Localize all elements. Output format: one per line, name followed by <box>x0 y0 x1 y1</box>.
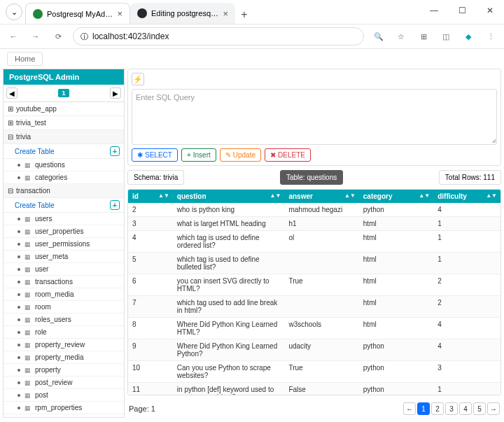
table-item[interactable]: ▦users <box>4 213 124 225</box>
cell: 9 <box>128 339 173 361</box>
extensions-icon[interactable]: ⊞ <box>416 29 431 44</box>
table-item[interactable]: ▦transactions <box>4 276 124 288</box>
reload-button[interactable]: ⟳ <box>50 29 66 44</box>
cell: w3schools <box>284 318 358 339</box>
update-button[interactable]: ✎ Update <box>220 148 261 162</box>
page-2-button[interactable]: 2 <box>431 402 444 415</box>
browser-tab-1[interactable]: Postgresql MyAdmin × <box>25 3 130 24</box>
table-row[interactable]: 11in python [def] keyword used to create… <box>128 383 500 396</box>
table-row[interactable]: 4which tag is used to define ordered lis… <box>128 231 500 253</box>
table-row[interactable]: 2who is python kingmahmoud hegazipython4 <box>128 203 500 217</box>
table-row[interactable]: 3what is larget HTML headingh1html1 <box>128 217 500 231</box>
table-row[interactable]: 8Where Did Python King Learned HTML?w3sc… <box>128 318 500 339</box>
insert-button[interactable]: + Insert <box>181 148 216 162</box>
table-row[interactable]: 6you can insert SVG directly to HTML?Tru… <box>128 274 500 296</box>
cell: 2 <box>433 274 500 296</box>
table-item[interactable]: ▦role <box>4 326 124 339</box>
table-icon: ▦ <box>24 162 31 169</box>
cell: who is python king <box>173 203 285 217</box>
table-item[interactable]: ▦room <box>4 301 124 314</box>
prev-db-button[interactable]: ◀ <box>6 87 18 99</box>
pagination: Page: 1 ← 1 2 3 4 5 → <box>127 400 501 418</box>
db-trivia[interactable]: ⊟ trivia <box>4 130 124 144</box>
table-item[interactable]: ▦property_review <box>4 339 124 351</box>
table-item[interactable]: ▦questions <box>4 159 124 171</box>
page-prev-button[interactable]: ← <box>403 402 416 415</box>
app-icon[interactable]: ◆ <box>461 29 476 44</box>
close-button[interactable]: ✕ <box>476 0 504 21</box>
table-item[interactable]: ▦user_properties <box>4 225 124 238</box>
bookmark-icon[interactable]: ☆ <box>393 29 409 44</box>
data-grid[interactable]: id▲▼ question▲▼ answer▲▼ category▲▼ diff… <box>127 189 501 395</box>
select-button[interactable]: ✱ SELECT <box>132 148 178 162</box>
cell: 5 <box>128 253 173 274</box>
sort-icon: ▲▼ <box>158 192 169 199</box>
table-item[interactable]: ▦user_meta <box>4 251 124 263</box>
cell: 6 <box>128 274 173 296</box>
page-4-button[interactable]: 4 <box>459 402 472 415</box>
col-difficulty[interactable]: difficulty▲▼ <box>433 190 500 203</box>
table-row[interactable]: 7which tag used to add line break in htm… <box>128 296 500 318</box>
col-question[interactable]: question▲▼ <box>173 190 285 203</box>
delete-button[interactable]: ✖ DELETE <box>265 148 311 162</box>
sidebar-title: PostgreSQL Admin <box>4 69 124 85</box>
sidepanel-icon[interactable]: ◫ <box>438 29 454 44</box>
page-1-button[interactable]: 1 <box>417 402 430 415</box>
col-answer[interactable]: answer▲▼ <box>284 190 358 203</box>
breadcrumb-home[interactable]: Home <box>7 52 43 66</box>
create-table-button[interactable]: Create Table+ <box>4 198 124 213</box>
table-item[interactable]: ▦roles_users <box>4 314 124 326</box>
tab-search-icon[interactable]: ⌄ <box>6 3 22 20</box>
cell: mahmoud hegazi <box>284 203 358 217</box>
forward-button[interactable]: → <box>28 29 43 44</box>
cell: 7 <box>128 296 173 318</box>
table-icon: ▦ <box>24 379 31 386</box>
cell: html <box>359 253 433 274</box>
menu-icon[interactable]: ⋮ <box>483 29 498 44</box>
back-button[interactable]: ← <box>6 29 21 44</box>
site-info-icon[interactable]: ⓘ <box>80 31 88 42</box>
table-row[interactable]: 9Where Did Python King Learned Python?ud… <box>128 339 500 361</box>
table-row[interactable]: 10Can you use Python to scrape websites?… <box>128 361 500 383</box>
minimize-button[interactable]: — <box>420 0 448 21</box>
table-item[interactable]: ▦user <box>4 263 124 276</box>
table-item[interactable]: ▦property <box>4 364 124 377</box>
table-icon: ▦ <box>24 266 31 273</box>
next-db-button[interactable]: ▶ <box>110 87 121 99</box>
table-item[interactable]: ▦room_media <box>4 288 124 301</box>
table-row[interactable]: 5which tag is used to define bulleted li… <box>128 253 500 274</box>
cell: True <box>284 361 358 383</box>
table-item[interactable]: ▦property_media <box>4 351 124 364</box>
address-bar[interactable]: ⓘ localhost:4023/index <box>73 27 364 45</box>
db-transaction[interactable]: ⊟ transaction <box>4 184 124 198</box>
db-youtube-app[interactable]: ⊞ youtube_app <box>4 102 124 116</box>
table-item[interactable]: ▦user_permissions <box>4 238 124 251</box>
create-table-button[interactable]: Create Table+ <box>4 144 124 159</box>
table-item[interactable]: ▦post <box>4 389 124 402</box>
table-item[interactable]: ▦post_review <box>4 377 124 389</box>
col-category[interactable]: category▲▼ <box>359 190 433 203</box>
new-tab-button[interactable]: + <box>235 6 253 24</box>
cell: 4 <box>128 231 173 253</box>
table-name: property_media <box>35 353 83 361</box>
db-trivia-test[interactable]: ⊞ trivia_test <box>4 116 124 130</box>
browser-tab-2[interactable]: Editing postgresql-admin/REA… × <box>130 3 235 24</box>
table-item[interactable]: ▦categories <box>4 171 124 184</box>
sql-textarea[interactable]: Enter SQL Query◢ <box>132 89 497 145</box>
close-icon[interactable]: × <box>223 8 228 19</box>
cell: 3 <box>128 217 173 231</box>
total-rows-label: Total Rows: 111 <box>439 170 501 185</box>
page-next-button[interactable]: → <box>487 402 500 415</box>
maximize-button[interactable]: ☐ <box>448 0 476 21</box>
run-query-button[interactable]: ⚡ <box>132 73 144 85</box>
cell: 1 <box>433 217 500 231</box>
zoom-icon[interactable]: 🔍 <box>371 29 386 44</box>
close-icon[interactable]: × <box>117 8 122 19</box>
page-3-button[interactable]: 3 <box>445 402 458 415</box>
cell <box>284 296 358 318</box>
col-id[interactable]: id▲▼ <box>128 190 173 203</box>
table-item[interactable]: ▦rpm_properties <box>4 402 124 414</box>
resize-handle[interactable]: ◢ <box>491 137 496 143</box>
page-5-button[interactable]: 5 <box>473 402 486 415</box>
table-icon: ▦ <box>24 216 31 223</box>
